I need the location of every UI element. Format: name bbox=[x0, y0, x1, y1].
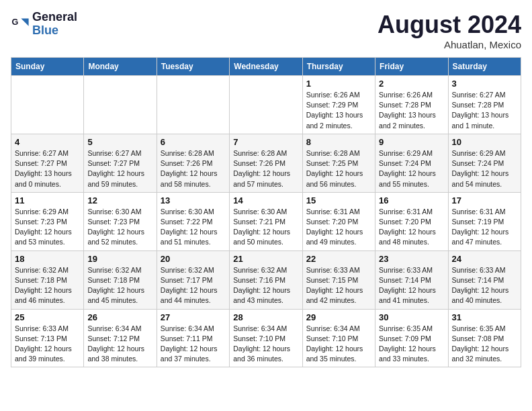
calendar-cell: 2Sunrise: 6:26 AM Sunset: 7:28 PM Daylig… bbox=[375, 76, 448, 134]
calendar-cell: 20Sunrise: 6:32 AM Sunset: 7:17 PM Dayli… bbox=[157, 250, 229, 309]
day-info: Sunrise: 6:28 AM Sunset: 7:25 PM Dayligh… bbox=[306, 148, 371, 189]
calendar-cell: 7Sunrise: 6:28 AM Sunset: 7:26 PM Daylig… bbox=[230, 134, 302, 192]
day-info: Sunrise: 6:34 AM Sunset: 7:10 PM Dayligh… bbox=[306, 324, 371, 365]
calendar-table: SundayMondayTuesdayWednesdayThursdayFrid… bbox=[11, 57, 521, 367]
calendar-cell: 15Sunrise: 6:31 AM Sunset: 7:20 PM Dayli… bbox=[302, 192, 375, 250]
day-number: 14 bbox=[233, 195, 298, 205]
day-info: Sunrise: 6:29 AM Sunset: 7:24 PM Dayligh… bbox=[452, 148, 517, 189]
calendar-cell: 31Sunrise: 6:35 AM Sunset: 7:08 PM Dayli… bbox=[448, 309, 521, 367]
calendar-cell: 16Sunrise: 6:31 AM Sunset: 7:20 PM Dayli… bbox=[375, 192, 448, 250]
month-year: August 2024 bbox=[378, 11, 521, 39]
weekday-tuesday: Tuesday bbox=[157, 58, 229, 76]
day-info: Sunrise: 6:33 AM Sunset: 7:15 PM Dayligh… bbox=[306, 265, 371, 306]
day-info: Sunrise: 6:27 AM Sunset: 7:27 PM Dayligh… bbox=[87, 148, 152, 189]
day-number: 29 bbox=[306, 312, 371, 322]
calendar-cell: 5Sunrise: 6:27 AM Sunset: 7:27 PM Daylig… bbox=[84, 134, 157, 192]
day-info: Sunrise: 6:32 AM Sunset: 7:16 PM Dayligh… bbox=[233, 265, 298, 306]
day-number: 8 bbox=[306, 137, 371, 147]
day-info: Sunrise: 6:30 AM Sunset: 7:23 PM Dayligh… bbox=[87, 207, 152, 248]
title-block: August 2024 Ahuatlan, Mexico bbox=[378, 11, 521, 50]
weekday-monday: Monday bbox=[84, 58, 157, 76]
day-info: Sunrise: 6:28 AM Sunset: 7:26 PM Dayligh… bbox=[233, 148, 298, 189]
logo-text: General Blue bbox=[32, 11, 77, 38]
day-number: 2 bbox=[379, 79, 444, 89]
day-number: 3 bbox=[452, 79, 517, 89]
day-number: 6 bbox=[161, 137, 226, 147]
day-number: 27 bbox=[161, 312, 226, 322]
calendar-cell: 13Sunrise: 6:30 AM Sunset: 7:22 PM Dayli… bbox=[157, 192, 229, 250]
calendar-cell: 14Sunrise: 6:30 AM Sunset: 7:21 PM Dayli… bbox=[230, 192, 302, 250]
day-number: 23 bbox=[379, 254, 444, 264]
weekday-friday: Friday bbox=[375, 58, 448, 76]
calendar-cell: 26Sunrise: 6:34 AM Sunset: 7:12 PM Dayli… bbox=[84, 309, 157, 367]
logo-icon: G bbox=[11, 15, 30, 34]
calendar-cell: 17Sunrise: 6:31 AM Sunset: 7:19 PM Dayli… bbox=[448, 192, 521, 250]
calendar-cell bbox=[84, 76, 157, 134]
day-number: 1 bbox=[306, 79, 371, 89]
calendar-cell: 3Sunrise: 6:27 AM Sunset: 7:28 PM Daylig… bbox=[448, 76, 521, 134]
calendar-week-4: 18Sunrise: 6:32 AM Sunset: 7:18 PM Dayli… bbox=[11, 250, 521, 309]
day-info: Sunrise: 6:30 AM Sunset: 7:21 PM Dayligh… bbox=[233, 207, 298, 248]
svg-marker-1 bbox=[21, 18, 28, 26]
day-number: 7 bbox=[233, 137, 298, 147]
calendar-cell bbox=[157, 76, 229, 134]
calendar-cell: 25Sunrise: 6:33 AM Sunset: 7:13 PM Dayli… bbox=[11, 309, 84, 367]
day-number: 19 bbox=[87, 254, 152, 264]
day-number: 30 bbox=[379, 312, 444, 322]
calendar-cell: 9Sunrise: 6:29 AM Sunset: 7:24 PM Daylig… bbox=[375, 134, 448, 192]
calendar-week-3: 11Sunrise: 6:29 AM Sunset: 7:23 PM Dayli… bbox=[11, 192, 521, 250]
day-number: 12 bbox=[87, 195, 152, 205]
day-number: 22 bbox=[306, 254, 371, 264]
day-number: 4 bbox=[15, 137, 80, 147]
logo: G General Blue bbox=[11, 11, 77, 38]
calendar-cell: 23Sunrise: 6:33 AM Sunset: 7:14 PM Dayli… bbox=[375, 250, 448, 309]
day-number: 21 bbox=[233, 254, 298, 264]
day-info: Sunrise: 6:26 AM Sunset: 7:28 PM Dayligh… bbox=[379, 90, 444, 131]
calendar-cell: 29Sunrise: 6:34 AM Sunset: 7:10 PM Dayli… bbox=[302, 309, 375, 367]
weekday-wednesday: Wednesday bbox=[230, 58, 302, 76]
day-number: 26 bbox=[87, 312, 152, 322]
day-number: 24 bbox=[452, 254, 517, 264]
calendar-cell: 11Sunrise: 6:29 AM Sunset: 7:23 PM Dayli… bbox=[11, 192, 84, 250]
calendar-week-5: 25Sunrise: 6:33 AM Sunset: 7:13 PM Dayli… bbox=[11, 309, 521, 367]
day-number: 16 bbox=[379, 195, 444, 205]
day-number: 25 bbox=[15, 312, 80, 322]
day-info: Sunrise: 6:27 AM Sunset: 7:28 PM Dayligh… bbox=[452, 90, 517, 131]
day-number: 13 bbox=[161, 195, 226, 205]
day-info: Sunrise: 6:28 AM Sunset: 7:26 PM Dayligh… bbox=[161, 148, 226, 189]
calendar-cell bbox=[11, 76, 84, 134]
day-info: Sunrise: 6:32 AM Sunset: 7:17 PM Dayligh… bbox=[161, 265, 226, 306]
day-number: 9 bbox=[379, 137, 444, 147]
day-info: Sunrise: 6:29 AM Sunset: 7:24 PM Dayligh… bbox=[379, 148, 444, 189]
day-info: Sunrise: 6:26 AM Sunset: 7:29 PM Dayligh… bbox=[306, 90, 371, 131]
weekday-sunday: Sunday bbox=[11, 58, 84, 76]
calendar-cell: 22Sunrise: 6:33 AM Sunset: 7:15 PM Dayli… bbox=[302, 250, 375, 309]
day-info: Sunrise: 6:33 AM Sunset: 7:14 PM Dayligh… bbox=[379, 265, 444, 306]
day-info: Sunrise: 6:31 AM Sunset: 7:19 PM Dayligh… bbox=[452, 207, 517, 248]
day-info: Sunrise: 6:27 AM Sunset: 7:27 PM Dayligh… bbox=[15, 148, 80, 189]
calendar-cell bbox=[230, 76, 302, 134]
day-info: Sunrise: 6:31 AM Sunset: 7:20 PM Dayligh… bbox=[306, 207, 371, 248]
day-info: Sunrise: 6:31 AM Sunset: 7:20 PM Dayligh… bbox=[379, 207, 444, 248]
day-number: 31 bbox=[452, 312, 517, 322]
day-info: Sunrise: 6:30 AM Sunset: 7:22 PM Dayligh… bbox=[161, 207, 226, 248]
day-number: 10 bbox=[452, 137, 517, 147]
calendar-week-1: 1Sunrise: 6:26 AM Sunset: 7:29 PM Daylig… bbox=[11, 76, 521, 134]
calendar-cell: 28Sunrise: 6:34 AM Sunset: 7:10 PM Dayli… bbox=[230, 309, 302, 367]
day-info: Sunrise: 6:33 AM Sunset: 7:14 PM Dayligh… bbox=[452, 265, 517, 306]
calendar-cell: 8Sunrise: 6:28 AM Sunset: 7:25 PM Daylig… bbox=[302, 134, 375, 192]
weekday-saturday: Saturday bbox=[448, 58, 521, 76]
day-info: Sunrise: 6:32 AM Sunset: 7:18 PM Dayligh… bbox=[87, 265, 152, 306]
page-header: G General Blue August 2024 Ahuatlan, Mex… bbox=[11, 11, 521, 50]
day-number: 28 bbox=[233, 312, 298, 322]
weekday-header-row: SundayMondayTuesdayWednesdayThursdayFrid… bbox=[11, 58, 521, 76]
location: Ahuatlan, Mexico bbox=[378, 39, 521, 50]
calendar-cell: 19Sunrise: 6:32 AM Sunset: 7:18 PM Dayli… bbox=[84, 250, 157, 309]
day-info: Sunrise: 6:32 AM Sunset: 7:18 PM Dayligh… bbox=[15, 265, 80, 306]
calendar-cell: 30Sunrise: 6:35 AM Sunset: 7:09 PM Dayli… bbox=[375, 309, 448, 367]
day-info: Sunrise: 6:34 AM Sunset: 7:11 PM Dayligh… bbox=[161, 324, 226, 365]
day-info: Sunrise: 6:33 AM Sunset: 7:13 PM Dayligh… bbox=[15, 324, 80, 365]
day-number: 20 bbox=[161, 254, 226, 264]
svg-text:G: G bbox=[11, 17, 18, 27]
day-number: 5 bbox=[87, 137, 152, 147]
